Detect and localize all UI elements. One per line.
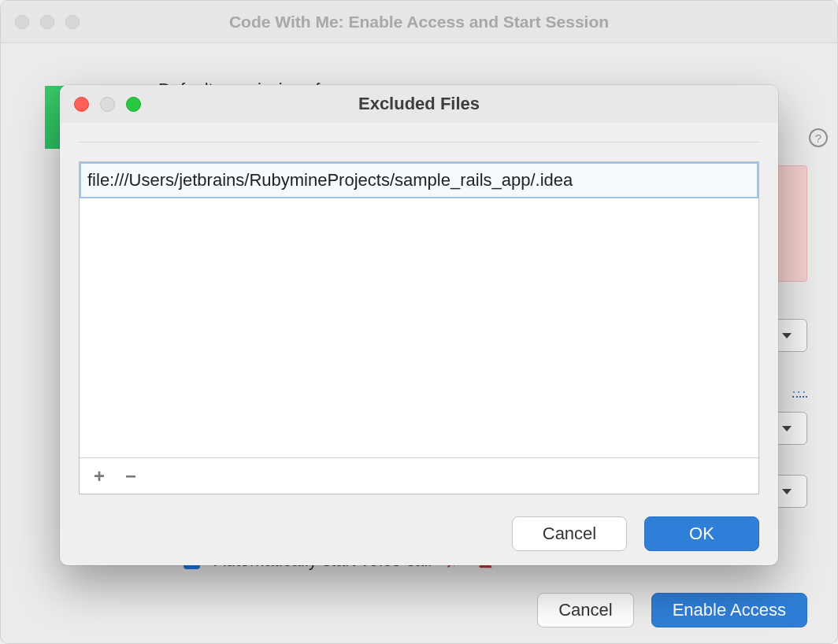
help-icon[interactable]: ? <box>809 128 828 147</box>
excluded-files-list: file:///Users/jetbrains/RubymineProjects… <box>79 161 759 494</box>
modal-body: file:///Users/jetbrains/RubymineProjects… <box>60 123 778 565</box>
parent-title: Code With Me: Enable Access and Start Se… <box>1 13 837 31</box>
modal-title: Excluded Files <box>60 94 778 114</box>
ok-button[interactable]: OK <box>644 516 759 551</box>
add-icon[interactable]: + <box>94 467 105 486</box>
parent-titlebar: Code With Me: Enable Access and Start Se… <box>1 1 837 43</box>
enable-access-button[interactable]: Enable Access <box>651 593 807 627</box>
modal-buttons: Cancel OK <box>79 516 759 551</box>
list-item[interactable]: file:///Users/jetbrains/RubymineProjects… <box>80 162 758 198</box>
excluded-files-dialog: Excluded Files file:///Users/jetbrains/R… <box>60 85 778 565</box>
remove-icon[interactable]: − <box>125 467 136 486</box>
cancel-button[interactable]: Cancel <box>537 593 633 627</box>
divider <box>79 142 759 142</box>
list-toolbar: + − <box>80 457 758 494</box>
modal-titlebar: Excluded Files <box>60 85 778 123</box>
list-area[interactable]: file:///Users/jetbrains/RubymineProjects… <box>80 162 758 457</box>
cancel-button[interactable]: Cancel <box>512 516 627 551</box>
more-link[interactable]: ... <box>792 382 807 398</box>
parent-buttons: Cancel Enable Access <box>537 593 807 627</box>
